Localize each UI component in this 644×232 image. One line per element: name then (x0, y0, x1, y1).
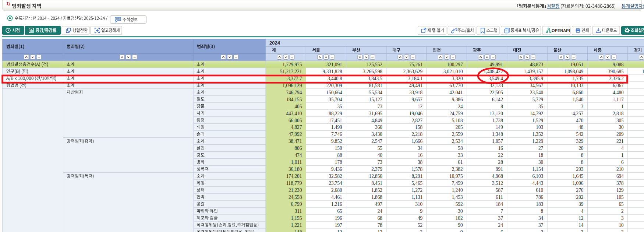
svg-text:8,451: 8,451 (371, 180, 382, 186)
svg-text:5,465: 5,465 (412, 180, 423, 186)
svg-text:88: 88 (337, 152, 342, 158)
svg-text:1): 1) (6, 1, 10, 6)
svg-text:48: 48 (578, 124, 583, 130)
svg-text:73: 73 (378, 103, 382, 109)
svg-text:16: 16 (498, 145, 503, 151)
svg-text:149: 149 (496, 124, 503, 130)
svg-text:37: 37 (498, 215, 503, 221)
svg-text:1,868: 1,868 (371, 194, 382, 200)
svg-text:4,968: 4,968 (492, 173, 503, 179)
svg-text:9,436: 9,436 (331, 166, 342, 172)
svg-text:66,005: 66,005 (289, 117, 302, 123)
svg-text:197: 197 (335, 222, 342, 228)
svg-text:611: 611 (496, 194, 503, 200)
svg-text:6,860: 6,860 (573, 89, 584, 95)
svg-text:183: 183 (536, 201, 543, 207)
svg-text:55,534: 55,534 (369, 89, 383, 95)
svg-text:1,131: 1,131 (412, 194, 423, 200)
svg-text:1: 1 (621, 103, 624, 109)
svg-text:2,559: 2,559 (452, 131, 463, 137)
svg-text:42,041: 42,041 (449, 89, 463, 95)
svg-text:36,180: 36,180 (289, 166, 302, 172)
svg-text:3,430: 3,430 (371, 131, 382, 137)
svg-text:746,794: 746,794 (286, 89, 302, 95)
svg-text:1,057: 1,057 (492, 138, 503, 144)
svg-text:22: 22 (498, 152, 503, 158)
svg-text:3: 3 (581, 229, 584, 232)
svg-text:210: 210 (616, 166, 624, 172)
svg-text:17,451: 17,451 (329, 117, 342, 123)
svg-text:15,127: 15,127 (369, 96, 383, 102)
svg-text:2,382: 2,382 (452, 166, 463, 172)
svg-text:8: 8 (500, 103, 503, 109)
svg-text:30: 30 (458, 208, 463, 214)
svg-text:75,261: 75,261 (409, 61, 422, 67)
svg-text:90: 90 (458, 222, 463, 228)
svg-text:178: 178 (335, 159, 342, 165)
svg-text:33: 33 (458, 152, 463, 158)
svg-text:205: 205 (456, 124, 463, 130)
svg-text:38,471: 38,471 (289, 138, 302, 144)
svg-text:3,512: 3,512 (492, 180, 503, 186)
svg-text:100,297: 100,297 (447, 61, 463, 67)
svg-text:12: 12 (418, 103, 422, 109)
svg-text:30: 30 (619, 124, 624, 130)
svg-text:196: 196 (335, 215, 342, 221)
svg-text:148: 148 (295, 229, 302, 232)
svg-text:276: 276 (576, 187, 584, 193)
svg-text:49: 49 (418, 215, 422, 221)
svg-text:27: 27 (538, 145, 544, 151)
svg-text:2,827: 2,827 (412, 117, 423, 123)
svg-text:311: 311 (295, 208, 302, 214)
svg-text:9: 9 (420, 208, 423, 214)
svg-text:30: 30 (538, 159, 543, 165)
svg-text:2,547: 2,547 (371, 138, 382, 144)
svg-text:8: 8 (581, 152, 584, 158)
svg-text:12,850: 12,850 (369, 173, 382, 179)
svg-text:1,348: 1,348 (492, 131, 503, 137)
svg-text:4: 4 (581, 208, 584, 214)
svg-text:209: 209 (616, 131, 624, 137)
svg-text:1,096: 1,096 (573, 180, 584, 186)
svg-text:129: 129 (616, 187, 624, 193)
svg-text:61: 61 (458, 159, 463, 165)
svg-text:202: 202 (576, 194, 584, 200)
svg-text:34: 34 (418, 145, 423, 151)
svg-text:158: 158 (415, 124, 422, 130)
svg-text:24,558: 24,558 (289, 194, 302, 200)
svg-text:24: 24 (458, 103, 463, 109)
svg-text:2024: 2024 (269, 40, 280, 46)
svg-text:65: 65 (337, 208, 342, 214)
svg-text:2,379: 2,379 (371, 166, 382, 172)
svg-text:7: 7 (500, 208, 503, 214)
svg-text:47,992: 47,992 (289, 131, 302, 137)
svg-text:32,582: 32,582 (329, 173, 342, 179)
svg-text:806: 806 (295, 145, 302, 151)
svg-text:378: 378 (616, 180, 624, 186)
svg-text:35: 35 (538, 103, 543, 109)
svg-text:293: 293 (576, 166, 584, 172)
svg-text:542: 542 (576, 131, 584, 137)
svg-text:1,645: 1,645 (573, 173, 584, 179)
svg-text:2,218: 2,218 (412, 131, 423, 137)
svg-text:31,695: 31,695 (369, 110, 382, 116)
svg-text:6: 6 (621, 159, 624, 165)
svg-text:7,746: 7,746 (331, 131, 342, 137)
svg-text:65: 65 (619, 201, 624, 207)
svg-text:22,505: 22,505 (490, 89, 503, 95)
svg-text:4,257: 4,257 (573, 110, 584, 116)
svg-text:1,540: 1,540 (573, 96, 584, 102)
svg-text:150,664: 150,664 (326, 89, 342, 95)
svg-text:1,666: 1,666 (412, 138, 423, 144)
svg-text:24: 24 (498, 222, 503, 228)
svg-text:20: 20 (578, 145, 583, 151)
svg-text:2,818: 2,818 (613, 110, 624, 116)
svg-text:58: 58 (458, 145, 463, 151)
svg-text:1,439,157: 1,439,157 (524, 68, 543, 74)
svg-text:9,331,828: 9,331,828 (323, 68, 342, 74)
svg-text:1,852: 1,852 (371, 187, 382, 193)
svg-text:474: 474 (295, 152, 302, 158)
svg-text:9,088: 9,088 (613, 61, 624, 67)
svg-text:9: 9 (460, 229, 463, 232)
svg-text:1,738: 1,738 (492, 117, 503, 123)
